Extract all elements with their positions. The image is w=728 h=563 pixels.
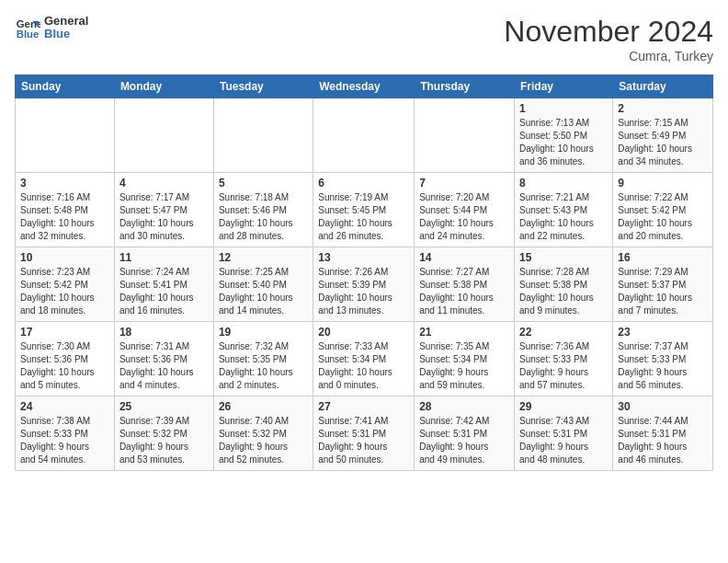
logo: General Blue General Blue [15, 15, 88, 41]
calendar-cell: 14Sunrise: 7:27 AM Sunset: 5:38 PM Dayli… [415, 247, 515, 322]
day-number: 16 [618, 251, 708, 264]
day-detail: Sunrise: 7:21 AM Sunset: 5:43 PM Dayligh… [519, 191, 608, 243]
day-detail: Sunrise: 7:19 AM Sunset: 5:45 PM Dayligh… [318, 191, 409, 243]
calendar-cell: 9Sunrise: 7:22 AM Sunset: 5:42 PM Daylig… [613, 173, 713, 247]
calendar-cell: 15Sunrise: 7:28 AM Sunset: 5:38 PM Dayli… [515, 247, 613, 322]
weekday-header-tuesday: Tuesday [213, 75, 313, 98]
day-number: 6 [318, 177, 409, 190]
day-detail: Sunrise: 7:23 AM Sunset: 5:42 PM Dayligh… [20, 266, 109, 317]
day-number: 26 [219, 400, 308, 413]
day-number: 23 [618, 326, 708, 339]
week-row-3: 10Sunrise: 7:23 AM Sunset: 5:42 PM Dayli… [16, 247, 713, 322]
day-number: 11 [119, 251, 209, 264]
weekday-header-sunday: Sunday [16, 75, 115, 98]
day-number: 7 [419, 177, 509, 190]
day-number: 15 [519, 251, 608, 264]
day-detail: Sunrise: 7:18 AM Sunset: 5:46 PM Dayligh… [219, 191, 308, 243]
day-detail: Sunrise: 7:28 AM Sunset: 5:38 PM Dayligh… [519, 266, 608, 317]
day-detail: Sunrise: 7:17 AM Sunset: 5:47 PM Dayligh… [119, 191, 209, 243]
day-number: 19 [219, 326, 308, 339]
day-detail: Sunrise: 7:38 AM Sunset: 5:33 PM Dayligh… [20, 415, 109, 466]
calendar-cell: 13Sunrise: 7:26 AM Sunset: 5:39 PM Dayli… [313, 247, 415, 322]
page-subtitle: Cumra, Turkey [504, 49, 713, 63]
calendar-cell [213, 98, 313, 173]
day-number: 24 [20, 400, 109, 413]
day-detail: Sunrise: 7:27 AM Sunset: 5:38 PM Dayligh… [419, 266, 509, 317]
calendar-cell: 4Sunrise: 7:17 AM Sunset: 5:47 PM Daylig… [114, 173, 213, 247]
day-detail: Sunrise: 7:31 AM Sunset: 5:36 PM Dayligh… [119, 340, 209, 392]
calendar-cell: 11Sunrise: 7:24 AM Sunset: 5:41 PM Dayli… [114, 247, 213, 322]
calendar-cell: 24Sunrise: 7:38 AM Sunset: 5:33 PM Dayli… [16, 396, 115, 471]
calendar-cell: 18Sunrise: 7:31 AM Sunset: 5:36 PM Dayli… [114, 322, 213, 396]
day-detail: Sunrise: 7:41 AM Sunset: 5:31 PM Dayligh… [318, 415, 409, 466]
weekday-header-wednesday: Wednesday [313, 75, 415, 98]
logo-icon: General Blue [15, 15, 40, 40]
calendar-cell [114, 98, 213, 173]
day-detail: Sunrise: 7:42 AM Sunset: 5:31 PM Dayligh… [419, 415, 509, 466]
day-detail: Sunrise: 7:36 AM Sunset: 5:33 PM Dayligh… [519, 340, 608, 392]
logo-text: General Blue [44, 15, 88, 41]
calendar-cell: 12Sunrise: 7:25 AM Sunset: 5:40 PM Dayli… [213, 247, 313, 322]
page-header: General Blue General Blue November 2024 … [15, 15, 713, 63]
weekday-header-saturday: Saturday [613, 75, 713, 98]
day-number: 4 [119, 177, 209, 190]
logo-line2: Blue [44, 28, 88, 40]
calendar-cell: 30Sunrise: 7:44 AM Sunset: 5:31 PM Dayli… [613, 396, 713, 471]
day-number: 29 [519, 400, 608, 413]
day-detail: Sunrise: 7:43 AM Sunset: 5:31 PM Dayligh… [519, 415, 608, 466]
calendar-cell: 1Sunrise: 7:13 AM Sunset: 5:50 PM Daylig… [515, 98, 613, 173]
day-detail: Sunrise: 7:15 AM Sunset: 5:49 PM Dayligh… [618, 117, 708, 168]
svg-text:Blue: Blue [17, 29, 40, 40]
day-detail: Sunrise: 7:26 AM Sunset: 5:39 PM Dayligh… [318, 266, 409, 317]
day-detail: Sunrise: 7:24 AM Sunset: 5:41 PM Dayligh… [119, 266, 209, 317]
calendar-cell [313, 98, 415, 173]
day-number: 1 [519, 102, 608, 115]
day-number: 2 [618, 102, 708, 115]
calendar-cell: 3Sunrise: 7:16 AM Sunset: 5:48 PM Daylig… [16, 173, 115, 247]
day-number: 25 [119, 400, 209, 413]
day-number: 17 [20, 326, 109, 339]
calendar-cell: 16Sunrise: 7:29 AM Sunset: 5:37 PM Dayli… [613, 247, 713, 322]
calendar-cell: 26Sunrise: 7:40 AM Sunset: 5:32 PM Dayli… [213, 396, 313, 471]
day-detail: Sunrise: 7:20 AM Sunset: 5:44 PM Dayligh… [419, 191, 509, 243]
day-number: 20 [318, 326, 409, 339]
day-number: 12 [219, 251, 308, 264]
calendar-cell: 2Sunrise: 7:15 AM Sunset: 5:49 PM Daylig… [613, 98, 713, 173]
day-detail: Sunrise: 7:40 AM Sunset: 5:32 PM Dayligh… [219, 415, 308, 466]
week-row-1: 1Sunrise: 7:13 AM Sunset: 5:50 PM Daylig… [16, 98, 713, 173]
day-number: 10 [20, 251, 109, 264]
day-detail: Sunrise: 7:22 AM Sunset: 5:42 PM Dayligh… [618, 191, 708, 243]
calendar-cell: 27Sunrise: 7:41 AM Sunset: 5:31 PM Dayli… [313, 396, 415, 471]
day-number: 14 [419, 251, 509, 264]
calendar-table: SundayMondayTuesdayWednesdayThursdayFrid… [15, 75, 713, 471]
logo-line1: General [44, 15, 88, 28]
day-detail: Sunrise: 7:30 AM Sunset: 5:36 PM Dayligh… [20, 340, 109, 392]
day-number: 3 [20, 177, 109, 190]
calendar-cell [415, 98, 515, 173]
day-number: 21 [419, 326, 509, 339]
weekday-header-row: SundayMondayTuesdayWednesdayThursdayFrid… [16, 75, 713, 98]
day-number: 5 [219, 177, 308, 190]
calendar-cell: 8Sunrise: 7:21 AM Sunset: 5:43 PM Daylig… [515, 173, 613, 247]
calendar-cell [16, 98, 115, 173]
calendar-cell: 17Sunrise: 7:30 AM Sunset: 5:36 PM Dayli… [16, 322, 115, 396]
week-row-5: 24Sunrise: 7:38 AM Sunset: 5:33 PM Dayli… [16, 396, 713, 471]
calendar-cell: 5Sunrise: 7:18 AM Sunset: 5:46 PM Daylig… [213, 173, 313, 247]
week-row-2: 3Sunrise: 7:16 AM Sunset: 5:48 PM Daylig… [16, 173, 713, 247]
weekday-header-thursday: Thursday [415, 75, 515, 98]
calendar-cell: 23Sunrise: 7:37 AM Sunset: 5:33 PM Dayli… [613, 322, 713, 396]
calendar-cell: 6Sunrise: 7:19 AM Sunset: 5:45 PM Daylig… [313, 173, 415, 247]
day-detail: Sunrise: 7:44 AM Sunset: 5:31 PM Dayligh… [618, 415, 708, 466]
day-detail: Sunrise: 7:39 AM Sunset: 5:32 PM Dayligh… [119, 415, 209, 466]
day-number: 18 [119, 326, 209, 339]
day-detail: Sunrise: 7:32 AM Sunset: 5:35 PM Dayligh… [219, 340, 308, 392]
calendar-cell: 25Sunrise: 7:39 AM Sunset: 5:32 PM Dayli… [114, 396, 213, 471]
day-number: 27 [318, 400, 409, 413]
day-detail: Sunrise: 7:25 AM Sunset: 5:40 PM Dayligh… [219, 266, 308, 317]
page-title: November 2024 [504, 15, 713, 49]
weekday-header-friday: Friday [515, 75, 613, 98]
calendar-cell: 20Sunrise: 7:33 AM Sunset: 5:34 PM Dayli… [313, 322, 415, 396]
day-detail: Sunrise: 7:35 AM Sunset: 5:34 PM Dayligh… [419, 340, 509, 392]
calendar-cell: 29Sunrise: 7:43 AM Sunset: 5:31 PM Dayli… [515, 396, 613, 471]
day-number: 9 [618, 177, 708, 190]
